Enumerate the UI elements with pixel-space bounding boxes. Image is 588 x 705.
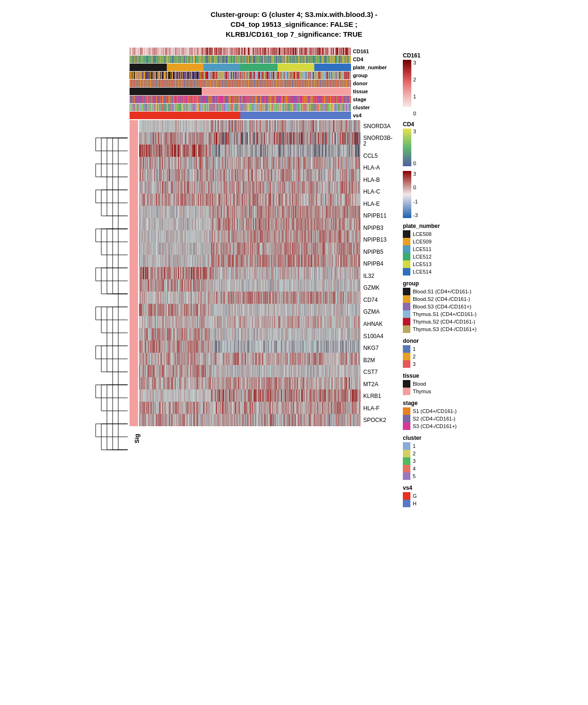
gene-label: SNORD3A	[363, 123, 392, 129]
gene-label: HLA-E	[363, 201, 392, 207]
legend-item: 1	[403, 345, 506, 353]
gene-label: SNORD3B-2	[363, 135, 392, 146]
gene-label: KLRB1	[363, 393, 392, 399]
legend-item: LCE513	[403, 260, 506, 268]
legend-item-label: 3	[413, 361, 416, 367]
legend-item: LCE512	[403, 253, 506, 260]
gene-label: CCL5	[363, 153, 392, 159]
legend-item-label: LCE514	[413, 269, 432, 275]
legend-plate: plate_number LCE508LCE509LCE511LCE512LCE…	[403, 223, 506, 276]
gene-label: CST7	[363, 369, 392, 375]
chart-area: CD161 CD4 plate_number group donor	[82, 48, 506, 507]
legend-swatch	[403, 268, 410, 276]
ann-row-donor: donor	[130, 80, 389, 87]
legend-item-label: Thymus.S3 (CD4-/CD161+)	[413, 326, 476, 332]
legend-swatch	[403, 465, 410, 472]
legend-swatch	[403, 422, 410, 430]
legend-donor-items: 123	[403, 345, 506, 368]
legend-item: Blood.S2 (CD4-/CD161-)	[403, 295, 506, 303]
legend-swatch	[403, 500, 410, 507]
legend-donor: donor 123	[403, 338, 506, 368]
ann-row-cd4: CD4	[130, 56, 389, 63]
gene-label: MT2A	[363, 381, 392, 387]
legend-item: G	[403, 492, 506, 500]
legend-cd4-title: CD4	[403, 121, 506, 128]
legend-swatch	[403, 353, 410, 360]
legend-item: Thymus.S1 (CD4+/CD161-)	[403, 310, 506, 318]
legend-item: Thymus.S3 (CD4-/CD161+)	[403, 325, 506, 333]
ann-label-stage: stage	[353, 97, 391, 102]
legend-item: 1	[403, 442, 506, 450]
gene-label: S100A4	[363, 333, 392, 339]
gene-label: HLA-B	[363, 177, 392, 183]
legend-swatch	[403, 360, 410, 368]
gene-label: SPOCK2	[363, 417, 392, 423]
legend-swatch	[403, 380, 410, 388]
legend-cd161-gradient-row: 3 2 1 0	[403, 60, 506, 116]
gene-label: NPIPB4	[363, 261, 392, 267]
ann-bar-stage	[130, 96, 351, 103]
ann-label-cd4: CD4	[353, 57, 391, 62]
ann-label-plate: plate_number	[353, 65, 391, 70]
legend-stage: stage S1 (CD4+/CD161-)S2 (CD4-/CD161-)S3…	[403, 400, 506, 430]
legend-swatch	[403, 407, 410, 415]
chart-title: Cluster-group: G (cluster 4; S3.mix.with…	[211, 9, 377, 39]
ann-bar-vs4	[130, 112, 351, 119]
legend-swatch	[403, 253, 410, 260]
legend-swatch	[403, 238, 410, 245]
ann-label-cluster: cluster	[353, 105, 391, 110]
legend-item: S2 (CD4-/CD161-)	[403, 415, 506, 422]
svg-rect-74	[403, 171, 411, 218]
legend-scale-gradient-row: 3 0 -1 -3	[403, 171, 506, 218]
legend-item: 5	[403, 472, 506, 480]
legend-swatch	[403, 442, 410, 450]
legend-cd4: CD4 3 0	[403, 121, 506, 166]
legend-item-label: G	[413, 493, 417, 499]
legend-item-label: Blood.S3 (CD4-/CD161+)	[413, 304, 471, 309]
legend-swatch	[403, 325, 410, 333]
svg-rect-73	[403, 129, 411, 166]
legend-item: 3	[403, 457, 506, 465]
main-container: Cluster-group: G (cluster 4; S3.mix.with…	[0, 0, 588, 507]
gene-label: AHNAK	[363, 321, 392, 327]
legend-swatch	[403, 472, 410, 480]
legend-item-label: LCE509	[413, 239, 432, 244]
legend-item: LCE509	[403, 238, 506, 245]
ann-bar-plate	[130, 64, 351, 71]
legend-cd4-labels: 3 0	[413, 129, 416, 166]
legend-vs4-title: vs4	[403, 485, 506, 491]
ann-label-cd161: CD161	[353, 49, 391, 54]
legend-swatch	[403, 450, 410, 457]
legend-swatch	[403, 288, 410, 295]
legend-item: LCE511	[403, 245, 506, 253]
legend-item-label: 5	[413, 473, 416, 479]
ann-bar-cd4	[130, 56, 351, 63]
ann-row-group: group	[130, 72, 389, 79]
legend-item-label: 1	[413, 346, 416, 352]
legend-tissue-items: BloodThymus	[403, 380, 506, 395]
heatmap-center: CD161 CD4 plate_number group donor	[130, 48, 389, 443]
legend-swatch	[403, 295, 410, 303]
legend-tissue-title: tissue	[403, 373, 506, 379]
pink-sidebar	[130, 120, 138, 426]
legend-item: S3 (CD4-/CD161+)	[403, 422, 506, 430]
legend-cluster-title: cluster	[403, 435, 506, 441]
gene-label: NPIPB5	[363, 249, 392, 255]
ann-bar-donor	[130, 80, 351, 87]
legend-cd161-gradient-svg	[403, 60, 411, 107]
gene-labels-col: SNORD3ASNORD3B-2CCL5HLA-AHLA-BHLA-CHLA-E…	[363, 120, 392, 426]
legend-item-label: LCE511	[413, 246, 432, 252]
legend-item-label: Thymus.S1 (CD4+/CD161-)	[413, 311, 476, 317]
legend-cd4-gradient-svg	[403, 129, 411, 166]
svg-rect-72	[403, 60, 411, 107]
ann-label-donor: donor	[353, 81, 391, 86]
legend-item-label: Thymus	[413, 389, 431, 394]
gene-label: GZMA	[363, 309, 392, 315]
heatmap-canvas	[139, 120, 360, 426]
gene-label: CD74	[363, 297, 392, 303]
legend-item-label: LCE512	[413, 254, 432, 259]
legend-cluster: cluster 12345	[403, 435, 506, 480]
legend-item: 3	[403, 360, 506, 368]
gene-label: HLA-C	[363, 189, 392, 194]
legend-swatch	[403, 457, 410, 465]
